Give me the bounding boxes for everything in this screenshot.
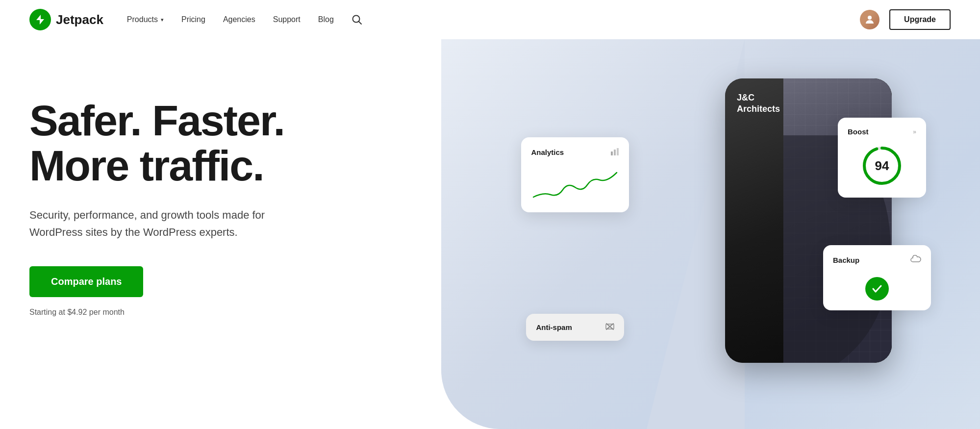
hero-section: Safer. Faster. More traffic. Security, p… [0,39,980,429]
hero-headline: Safer. Faster. More traffic. [29,98,536,189]
avatar[interactable] [860,10,879,29]
analytics-title: Analytics [531,148,564,156]
hero-subtext: Security, performance, and growth tools … [29,206,304,241]
logo[interactable]: Jetpack [29,9,103,30]
nav-links: Products ▾ Pricing Agencies Support Blog [127,14,860,25]
bar-chart-icon [610,147,619,157]
navigation: Jetpack Products ▾ Pricing Agencies Supp… [0,0,980,39]
chevron-down-icon: ▾ [161,17,164,23]
backup-title: Backup [833,256,859,264]
analytics-chart [531,165,619,204]
backup-card: Backup [823,245,931,310]
backup-card-header: Backup [833,255,921,265]
nav-support[interactable]: Support [273,15,301,24]
boost-title: Boost [848,127,869,136]
svg-rect-5 [614,150,616,155]
nav-pricing[interactable]: Pricing [181,15,205,24]
upgrade-button[interactable]: Upgrade [889,9,951,30]
svg-rect-6 [617,148,619,155]
antispam-title: Anti-spam [536,323,572,331]
analytics-card-header: Analytics [531,147,619,157]
boost-score-value: 94 [875,158,889,174]
backup-check [833,277,921,301]
nav-products[interactable]: Products ▾ [127,15,164,24]
hero-left: Safer. Faster. More traffic. Security, p… [29,69,536,317]
cloud-icon [910,255,921,265]
compare-plans-button[interactable]: Compare plans [29,266,143,297]
hero-right: J&CArchitects [536,69,951,412]
svg-rect-4 [611,151,613,155]
phone-site-name: J&CArchitects [737,92,780,115]
search-icon [352,14,362,25]
brand-name: Jetpack [56,12,103,27]
svg-line-2 [358,22,361,25]
backup-check-circle [865,277,889,301]
boost-score-circle: 94 [860,144,904,188]
starting-price: Starting at $4.92 per month [29,308,536,317]
bolt-icon [34,14,46,25]
nav-right: Upgrade [860,9,951,30]
analytics-card: Analytics [521,137,629,212]
antispam-icon [605,323,614,332]
antispam-card: Anti-spam [526,314,624,341]
nav-agencies[interactable]: Agencies [223,15,255,24]
svg-point-3 [868,16,872,20]
boost-arrows-icon: » [913,128,916,135]
antispam-card-header: Anti-spam [536,323,614,332]
svg-marker-0 [36,15,44,25]
nav-blog[interactable]: Blog [318,15,334,24]
boost-card-header: Boost » [848,127,916,136]
search-button[interactable] [352,14,362,25]
logo-icon [29,9,51,30]
boost-card: Boost » 94 [838,118,926,198]
avatar-image [860,10,879,29]
